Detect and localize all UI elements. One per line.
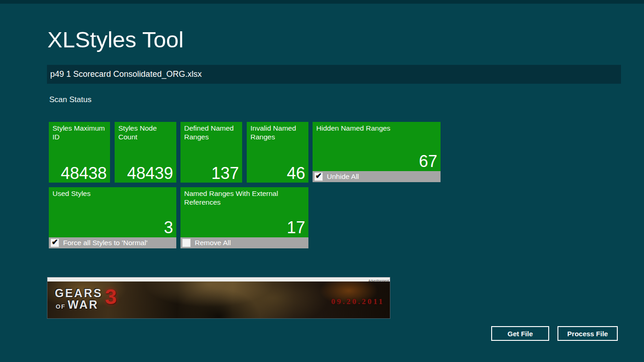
get-file-button[interactable]: Get File	[491, 326, 549, 341]
force-styles-normal-checkbox-label: Force all Styles to 'Normal'	[63, 239, 147, 247]
force-styles-normal-check-bar: ✔ Force all Styles to 'Normal'	[49, 237, 176, 248]
file-name-text: p49 1 Scorecard Consolidated_ORG.xlsx	[50, 69, 202, 79]
ad-image[interactable]: GEARS OF WAR 3 09.20.2011	[47, 282, 390, 318]
page-title: XLStyles Tool	[47, 27, 184, 52]
tile-styles-node-count: Styles Node Count 48439	[115, 122, 176, 183]
tile-value: 48439	[127, 165, 173, 182]
tile-label: Styles Node Count	[118, 124, 173, 142]
logo-of-text: OF	[56, 303, 66, 310]
tile-defined-named-ranges: Defined Named Ranges 137	[180, 122, 242, 183]
tile-invalid-named-ranges: Invalid Named Ranges 46	[247, 122, 308, 183]
tile-value: 46	[287, 165, 305, 182]
tile-label: Invalid Named Ranges	[250, 124, 305, 142]
force-styles-normal-checkbox[interactable]: ✔	[51, 239, 59, 247]
unhide-all-checkbox-label: Unhide All	[327, 172, 359, 181]
logo-gears-text: GEARS	[55, 287, 103, 299]
logo-number-3: 3	[105, 287, 117, 307]
tile-label: Styles Maximum ID	[52, 124, 106, 142]
scan-status-label: Scan Status	[49, 95, 92, 104]
tile-label: Defined Named Ranges	[184, 124, 238, 142]
check-mark-icon: ✔	[52, 238, 58, 246]
tile-named-ranges-external-references: Named Ranges With External References 17…	[180, 187, 308, 248]
unhide-all-check-bar: ✔ Unhide All	[313, 171, 441, 182]
tile-label: Named Ranges With External References	[184, 190, 305, 207]
gears-of-war-logo: GEARS OF WAR 3	[55, 287, 117, 310]
app-window: XLStyles Tool p49 1 Scorecard Consolidat…	[0, 0, 644, 362]
file-name-bar: p49 1 Scorecard Consolidated_ORG.xlsx	[47, 65, 621, 84]
logo-war-text: WAR	[68, 299, 99, 310]
remove-all-checkbox[interactable]	[182, 239, 191, 247]
ad-release-date: 09.20.2011	[331, 297, 384, 306]
tile-hidden-named-ranges: Hidden Named Ranges 67 ✔ Unhide All	[313, 122, 441, 182]
tile-used-styles: Used Styles 3 ✔ Force all Styles to 'Nor…	[49, 187, 176, 248]
remove-all-check-bar: Remove All	[180, 237, 308, 248]
ad-banner[interactable]: Advertisement GEARS OF WAR 3 09.20.2011	[47, 277, 390, 319]
tile-value: 17	[287, 219, 305, 236]
tile-value: 137	[211, 165, 239, 182]
tile-label: Hidden Named Ranges	[316, 124, 437, 133]
tile-value: 48438	[61, 165, 107, 182]
tile-label: Used Styles	[52, 190, 173, 198]
ad-strip: Advertisement	[47, 277, 390, 282]
check-mark-icon: ✔	[315, 172, 322, 180]
tile-value: 3	[164, 219, 173, 236]
window-top-strip	[0, 0, 644, 4]
unhide-all-checkbox[interactable]: ✔	[314, 172, 323, 181]
process-file-button[interactable]: Process File	[557, 326, 618, 341]
remove-all-checkbox-label: Remove All	[195, 239, 231, 247]
tile-styles-maximum-id: Styles Maximum ID 48438	[49, 122, 110, 183]
tile-value: 67	[419, 153, 437, 170]
